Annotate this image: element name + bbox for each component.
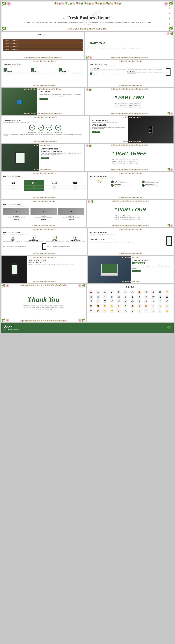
right-floral: 🌿🌸🌿🌸 bbox=[166, 6, 173, 27]
part-one-desc: Click here to modify the text , you may … bbox=[88, 47, 140, 49]
contact-title: Get in Touch bbox=[40, 91, 81, 93]
product-3-btn[interactable]: Buy Now bbox=[69, 219, 74, 220]
landing-btn[interactable]: More Details bbox=[92, 130, 100, 132]
p4-bottom-floral: 🌸🌿🌸🌿🌸🌿🌸🌿🌸🌿🌸🌿🌸🌿🌸🌿🌸🌿🌸🌿🌸🌿🌸 bbox=[87, 224, 174, 227]
contents-item-4[interactable]: Click here to modify the text bbox=[3, 48, 83, 51]
part-three-label: * PART THREE bbox=[112, 151, 146, 156]
icon-cell-14: 🏢 bbox=[96, 295, 100, 299]
resp-title: ADD YOUR TITLE HERE bbox=[41, 148, 82, 150]
resp-top-floral: 🌸🌿🌸🌿🌸🌿🌸🌿🌸🌿🌸🌿🌸 bbox=[2, 144, 84, 146]
p4-top-floral: 🌸🌿🌸🌿🌸🌿🌸🌿🌸🌿🌸🌿🌸🌿🌸🌿🌸🌿🌸🌿🌸🌿🌸 bbox=[87, 200, 174, 202]
contents-item-2[interactable]: Click here to modify the text bbox=[3, 42, 83, 45]
icon-features-grid: 📱 Responsive Design Click here to modify… bbox=[111, 180, 172, 187]
icon-cell-4: ✈ bbox=[109, 290, 114, 294]
progress-top-floral: 🌸🌿🌸🌿🌸🌿🌸🌿🌸🌿🌸🌿🌸🌿🌸🌿🌸 bbox=[2, 116, 89, 118]
green-divider bbox=[88, 46, 96, 46]
circle-2-text: 70% bbox=[40, 127, 42, 128]
circle-4-label: Adobe After Effect bbox=[55, 132, 62, 133]
app-feat-3: ⚡ We're Ready Click here to modify the t… bbox=[45, 236, 65, 242]
app-main-desc: Click here to modify the text , you may … bbox=[29, 264, 85, 266]
small-phone-screen bbox=[166, 69, 170, 75]
icon-cell-45: 🍔 bbox=[144, 304, 148, 308]
part-two-top-floral: 🌸🌿🌸🌿🌸🌿🌸🌿🌸🌿🌸🌿🌸🌿🌸🌿🌸🌿🌸🌿🌸🌿🌸 bbox=[85, 88, 174, 90]
bottom-floral: 🌸🌿🌸🌿🌸🌿🌸🌿🌸🌿🌸🌿🌸🌿🌸🌿🌸 bbox=[2, 26, 173, 31]
adv-slide-title: ADD YOUR TITLE HERE bbox=[132, 260, 172, 261]
icon-cell-47: 🍺 bbox=[158, 304, 162, 308]
app-detail-slide-title: ADD YOUR TITLE HERE bbox=[90, 232, 172, 233]
icon-cell-28: 🎺 bbox=[109, 299, 114, 304]
icon-cell-33: 🌸 bbox=[144, 299, 148, 304]
plan-std-name: STANDART bbox=[25, 180, 43, 182]
part-one-bottom-floral: 🌸🌿🌸🌿🌸🌿🌸🌿🌸🌿🌸🌿🌸🌿🌸🌿🌸🌿🌸🌿🌸🌿🌸 bbox=[85, 56, 174, 59]
plan-prof-name: PROFESSION bbox=[45, 180, 64, 182]
product-3-desc: Click here to modify the text , you may … bbox=[58, 217, 84, 218]
icon-cell-8: 🏀 bbox=[137, 290, 141, 294]
feature-photo: 📷 PHOTOGRAPHY There are many variations … bbox=[31, 68, 58, 75]
part-two-label: * PART TWO bbox=[115, 95, 144, 100]
app-feat-top-floral: 🌸🌿🌸🌿🌸🌿🌸🌿🌸🌿🌸🌿🌸🌿🌸🌿🌸 bbox=[2, 228, 87, 230]
app-right-content: 🌸🌿🌸🌿🌸🌿🌸🌿🌸🌿🌸🌿🌸🌿🌸🌿🌸 ADD YOUR TITLE HERE AP… bbox=[27, 256, 87, 283]
contents-item-3[interactable]: Click here to modify the text bbox=[3, 46, 83, 48]
app-feat-1: 🤖 Android 4 Click here to modify the tex… bbox=[3, 236, 23, 242]
circle-wrap-4: 90% bbox=[55, 124, 62, 131]
app-feat-2: 📱 Responsive Design Click here to modify… bbox=[24, 236, 44, 242]
app-main-top-floral: 🌸🌿🌸🌿🌸🌿🌸🌿🌸🌿🌸🌿🌸🌿🌸🌿🌸 bbox=[2, 256, 87, 258]
adv-btn[interactable]: More Details bbox=[132, 270, 140, 272]
product-2-title: Product Two bbox=[31, 216, 57, 217]
rating-label: Rating 5 bbox=[90, 182, 110, 182]
icon-cell-52: 🔑 bbox=[109, 308, 114, 313]
plan-prof-f1: feature bbox=[45, 186, 64, 187]
product-2-btn[interactable]: Buy Now bbox=[41, 219, 46, 220]
circle-wrap-1: 90% bbox=[29, 124, 36, 131]
icon-cell-13: 🏠 bbox=[89, 295, 93, 299]
icon-cell-51: 📁 bbox=[103, 308, 107, 313]
icon-cell-7: ⚽ bbox=[130, 290, 134, 294]
icon-feat-4-icon: 📲 bbox=[142, 184, 145, 187]
circle-2-label: Adobe Illustrate bbox=[38, 132, 44, 133]
circle-2: 70% Adobe Illustrate bbox=[38, 124, 44, 133]
icon-feat-4: 📲 Optimized for Mobile Click here to mod… bbox=[142, 184, 172, 187]
circle-wrap-3: 75% bbox=[46, 124, 53, 131]
icon-cell-2: 🚌 bbox=[96, 290, 100, 294]
icon-cell-60: 💰 bbox=[165, 308, 169, 313]
app-feat-3-title: We're Ready bbox=[45, 240, 65, 241]
slide-app-detail: 🌸🌿🌸🌿🌸🌿🌸🌿🌸🌿🌸🌿🌸🌿🌸🌿🌸 ADD YOUR TITLE HERE Cl… bbox=[88, 228, 174, 255]
contents-item-1[interactable]: Click here to modify the text bbox=[3, 40, 83, 42]
contact-image: 👥 bbox=[2, 88, 37, 115]
plan-std-f2: feature bbox=[25, 187, 43, 188]
product-1-btn[interactable]: Buy Now bbox=[14, 219, 19, 220]
row-9: 🌸🌿🌸🌿🌸🌿🌸🌿🌸🌿🌸🌿🌸🌿🌸🌿🌸 ADD YOUR TITLE HERE Cl… bbox=[1, 228, 174, 255]
plan-ultra-name: ULTRA PLAN bbox=[66, 180, 85, 182]
plan-ultra-price: $225 bbox=[66, 182, 85, 184]
pencil-icon: ✏ bbox=[63, 17, 66, 20]
icon-cell-23: 🖨 bbox=[158, 295, 162, 299]
icon-cell-38: 👩 bbox=[96, 304, 100, 308]
icon-feat-1: 📱 Responsive Design Click here to modify… bbox=[111, 180, 141, 183]
photo-icon: 📷 bbox=[31, 68, 34, 71]
app-feat-4-desc: Click here to modify the text , you may … bbox=[66, 241, 85, 242]
plan-intro-f2: feature bbox=[4, 187, 23, 188]
app-detail-main-desc: Click here to modify the text , you may … bbox=[90, 241, 165, 243]
adv-right-content: 🌸🌿🌸🌿🌸🌿🌸🌿🌸🌿🌸🌿🌸 ADD YOUR TITLE HERE ADVERT… bbox=[131, 256, 173, 283]
part-two-divider bbox=[124, 102, 135, 102]
features-top-floral: 🌸🌿🌸🌿🌸🌿🌸🌿🌸🌿🌸🌿🌸🌿🌸🌿🌸 bbox=[2, 60, 87, 62]
feature-seo2-title: SEO OPTIMIZED bbox=[127, 71, 163, 72]
adv-laptop-wrap bbox=[88, 256, 131, 283]
app-main-bottom-floral: 🌸🌿🌸🌿🌸🌿🌸🌿🌸🌿🌸🌿🌸🌿🌸🌿🌸 bbox=[2, 280, 87, 283]
product-1-title: Product One bbox=[3, 216, 29, 217]
contact-btn[interactable]: Contact Form bbox=[40, 98, 48, 100]
contact-top-floral: 🌸🌿🌸🌿🌸🌿🌸🌿🌸🌿🌸🌿🌸🌿🌸🌿🌸🌿🌸🌿🌸🌿🌸 bbox=[2, 88, 84, 90]
app-phone bbox=[166, 236, 172, 246]
product-2-desc: Click here to modify the text , you may … bbox=[31, 217, 57, 218]
app-feat-2-title: Responsive Design bbox=[24, 240, 44, 241]
icon-feat-title: ADD YOUR TITLE HERE bbox=[90, 176, 172, 177]
plan-intro-name: INTRO bbox=[4, 180, 23, 182]
product-2-img: 📸 bbox=[31, 208, 57, 215]
product-1-img: 📸 bbox=[3, 208, 29, 215]
video-icon: ▶ bbox=[4, 68, 7, 71]
resp-btn[interactable]: More Details bbox=[41, 157, 49, 159]
icon-feat-1-icon: 📱 bbox=[111, 180, 114, 183]
icon-grid: 🚗 🚌 🚂 ✈ 🚢 🚲 ⚽ 🏀 🎾 🏈 🎱 🏆 🏠 🏢 🏗 🏦 🏥 ⛪ 📱 bbox=[88, 290, 172, 313]
icon-cell-22: ⌨ bbox=[151, 295, 155, 299]
products-title: ADD YOUR TITLE HERE bbox=[3, 204, 84, 205]
